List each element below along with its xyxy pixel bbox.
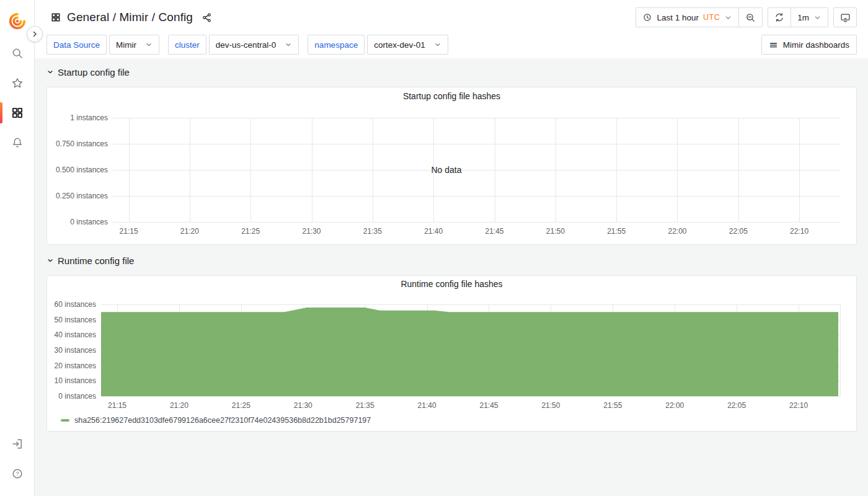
panel-startup-config: Startup config file hashes 1 instances0.… [46,87,857,245]
variable-cluster-label: cluster [168,35,206,55]
variable-namespace-select[interactable]: cortex-dev-01 [367,35,448,55]
dashboards-grid-icon [11,107,24,119]
y-tick-label: 50 instances [55,316,96,324]
row-header-runtime[interactable]: Runtime config file [46,252,857,268]
x-tick-label: 21:55 [607,227,626,236]
sidebar-item-starred[interactable] [0,68,35,98]
dashboard-toolbar: General / Mimir / Config Last 1 hour UTC [35,0,868,35]
y-tick-label: 0.750 instances [56,140,108,148]
breadcrumb: General / Mimir / Config [51,11,212,24]
x-tick-label: 21:30 [303,227,321,236]
row-title: Startup config file [58,67,130,78]
kiosk-mode-button[interactable] [833,7,857,27]
variable-namespace: namespace cortex-dev-01 [308,35,448,55]
panel-title[interactable]: Runtime config file hashes [52,276,851,292]
panel-runtime-config: Runtime config file hashes 60 instances5… [46,275,857,432]
x-tick-label: 21:35 [356,401,374,410]
alerting-bell-icon [11,136,24,149]
sidebar-item-help[interactable]: ? [0,459,35,489]
legend: sha256:219627edd3103dfe6799126a6cee27f23… [52,412,851,428]
chevron-down-icon [46,257,54,264]
variable-datasource-label: Data Source [46,35,107,55]
chart-runtime-config-hashes: 60 instances50 instances40 instances30 i… [52,292,851,428]
mimir-dashboards-label: Mimir dashboards [783,40,849,50]
timezone-label: UTC [703,13,720,22]
x-tick-label: 22:05 [727,401,746,410]
row-title: Runtime config file [58,255,134,266]
x-tick-label: 21:20 [180,227,199,236]
variable-datasource-select[interactable]: Mimir [109,35,159,55]
chevron-down-icon [813,14,822,22]
y-tick-label: 1 instances [70,113,108,122]
svg-text:?: ? [16,471,19,477]
y-tick-label: 40 instances [55,330,96,339]
x-axis: 21:1521:2021:2521:3021:3521:4021:4521:50… [113,222,841,238]
x-axis: 21:1521:2021:2521:3021:3521:4021:4521:50… [101,396,841,412]
x-tick-label: 21:40 [418,401,436,410]
y-tick-label: 0.250 instances [56,192,108,200]
x-axis-row: 21:1521:2021:2521:3021:3521:4021:4521:50… [52,396,851,412]
grafana-app: ? General / Mimir / Config [0,0,868,496]
search-icon [11,47,24,60]
row-header-startup[interactable]: Startup config file [46,64,857,80]
time-picker-group: Last 1 hour UTC [636,7,763,27]
x-tick-label: 22:10 [789,401,808,410]
sidebar-expand-button[interactable] [27,26,43,42]
x-tick-label: 21:45 [479,401,498,410]
grafana-logo[interactable] [5,9,30,33]
x-tick-label: 21:35 [363,227,382,236]
variable-datasource: Data Source Mimir [46,35,159,55]
chevron-down-icon [285,41,292,48]
menu-icon [769,40,778,50]
chart-startup-config-hashes: 1 instances0.750 instances0.500 instance… [52,105,851,242]
x-tick-label: 21:55 [603,401,622,410]
refresh-button[interactable] [768,8,790,27]
mimir-dashboards-button[interactable]: Mimir dashboards [761,35,857,55]
variable-cluster-value: dev-us-central-0 [216,40,277,50]
y-tick-label: 0 instances [58,392,96,401]
y-tick-label: 60 instances [55,300,96,309]
sidebar-bottom: ? [0,429,35,489]
sidebar-item-search[interactable] [0,38,35,68]
x-tick-label: 21:15 [120,227,138,236]
x-tick-label: 21:40 [424,227,443,236]
star-icon [11,77,24,89]
x-tick-label: 21:45 [485,227,503,236]
share-icon [202,12,212,23]
plot-area[interactable] [101,304,841,396]
grafana-logo-icon [8,12,27,30]
apps-grid-icon [51,12,61,22]
share-button[interactable] [202,12,212,23]
refresh-interval-button[interactable]: 1m [790,8,828,27]
sidebar: ? [0,0,35,496]
legend-item[interactable]: sha256:219627edd3103dfe6799126a6cee27f23… [61,416,371,425]
chart-body: 1 instances0.750 instances0.500 instance… [52,118,851,222]
sidebar-item-dashboards[interactable] [0,98,35,128]
legend-swatch [61,419,69,422]
chart-body: 60 instances50 instances40 instances30 i… [52,304,851,396]
x-tick-label: 22:05 [729,227,748,236]
zoom-out-button[interactable] [738,8,762,27]
sidebar-item-sign-in[interactable] [0,429,35,459]
time-range-label: Last 1 hour [657,13,699,22]
clock-icon [642,12,652,22]
x-tick-label: 21:30 [294,401,312,410]
y-tick-label: 30 instances [55,346,96,355]
legend-label: sha256:219627edd3103dfe6799126a6cee27f23… [74,416,371,425]
page-title: General / Mimir / Config [67,11,193,24]
panel-title[interactable]: Startup config file hashes [52,87,851,105]
x-tick-label: 22:00 [668,227,686,236]
x-tick-label: 21:50 [541,401,560,410]
monitor-icon [840,12,851,23]
sidebar-item-alerting[interactable] [0,128,35,157]
time-range-button[interactable]: Last 1 hour UTC [636,8,738,27]
plot-area[interactable] [113,118,841,222]
x-axis-row: 21:1521:2021:2521:3021:3521:4021:4521:50… [52,222,851,238]
variable-cluster-select[interactable]: dev-us-central-0 [209,35,299,55]
x-tick-label: 21:50 [546,227,565,236]
dashboard-content: Startup config file Startup config file … [35,58,868,496]
y-tick-label: 0 instances [70,218,108,226]
x-tick-label: 22:10 [790,227,808,236]
toolbar-controls: Last 1 hour UTC [636,7,857,27]
x-tick-label: 21:15 [108,401,126,410]
